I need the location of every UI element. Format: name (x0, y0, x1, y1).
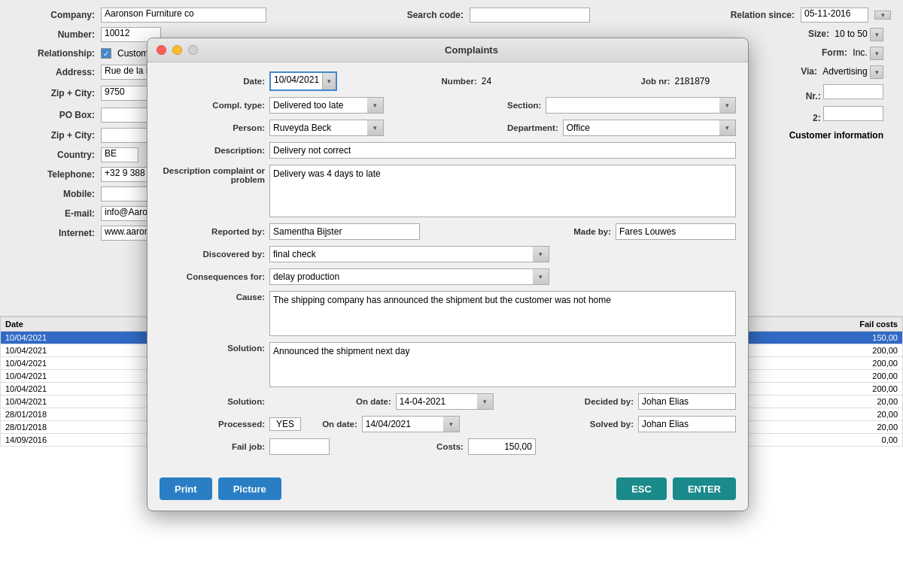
decidedby-input[interactable] (638, 393, 736, 410)
close-button[interactable] (157, 45, 166, 55)
section-select[interactable]: ▾ (546, 97, 736, 114)
print-button[interactable]: Print (160, 477, 212, 500)
discoveredby-arrow[interactable]: ▾ (533, 246, 549, 262)
department-arrow[interactable]: ▾ (719, 120, 736, 136)
solvedby-label: Solved by: (590, 420, 634, 429)
date-input[interactable]: 10/04/2021 ▾ (269, 71, 337, 91)
compltype-select[interactable]: Delivered too late ▾ (269, 97, 384, 114)
modal-body: Date: 10/04/2021 ▾ Number: 24 Job nr: 21… (147, 62, 748, 470)
relation-since-dropdown[interactable]: ▾ (874, 11, 891, 20)
on-date-label: On date: (356, 397, 391, 406)
failjob-row: Fail job: Costs: (160, 438, 736, 455)
madeby-group: Made by: (573, 223, 736, 240)
section-label: Section: (507, 101, 541, 110)
costs-group: Costs: (436, 438, 536, 455)
search-code-label: Search code: (407, 10, 464, 20)
decidedby-label: Decided by: (585, 397, 634, 406)
modal-titlebar: Complaints (147, 38, 748, 62)
discoveredby-value: final check (269, 246, 549, 262)
enter-button[interactable]: ENTER (673, 477, 736, 500)
compltype-arrow[interactable]: ▾ (367, 97, 384, 114)
failjob-input[interactable] (269, 438, 330, 455)
solution-label: Solution: (160, 342, 265, 353)
jobnr-label: Job nr: (641, 77, 670, 86)
processed-value: YES (269, 417, 301, 431)
discoveredby-select[interactable]: final check ▾ (269, 246, 549, 262)
consequences-select[interactable]: delay production ▾ (269, 268, 549, 285)
cause-textarea[interactable]: The shipping company has announced the s… (269, 291, 736, 336)
solution-date-select[interactable]: 14-04-2021 ▾ (396, 393, 494, 410)
processed-row: Processed: YES On date: 14/04/2021 ▾ Sol… (160, 416, 736, 432)
nr-input[interactable] (823, 84, 883, 99)
address-label: Address: (12, 67, 95, 77)
zip-city-label1: Zip + City: (12, 88, 95, 99)
modal-title: Complaints (204, 44, 739, 56)
person-row: Person: Ruveyda Beck ▾ Department: Offic… (160, 120, 736, 136)
number-value: 24 (482, 76, 491, 86)
date-dropdown-arrow[interactable]: ▾ (322, 73, 336, 89)
modal-footer: Print Picture ESC ENTER (147, 470, 748, 511)
maximize-button[interactable] (188, 45, 198, 55)
reportedby-row: Reported by: Made by: (160, 223, 736, 240)
relation-since-input[interactable]: 05-11-2016 (801, 8, 868, 23)
decidedby-group: Decided by: (585, 393, 736, 410)
complaints-modal: Complaints Date: 10/04/2021 ▾ Number: 24… (147, 38, 749, 511)
nr-label: Nr.: (806, 91, 821, 102)
processed-date-group: On date: 14/04/2021 ▾ (322, 416, 460, 432)
cause-row: Cause: The shipping company has announce… (160, 291, 736, 336)
consequences-arrow[interactable]: ▾ (533, 268, 549, 285)
desc-complaint-textarea[interactable]: Delivery was 4 days to late (269, 165, 736, 217)
relationship-checkbox[interactable]: ✓ (101, 48, 111, 59)
description-input[interactable] (269, 142, 736, 159)
number-label: Number: (12, 29, 95, 40)
discoveredby-label: Discovered by: (160, 250, 265, 259)
country-input[interactable]: BE (101, 147, 138, 162)
person-select[interactable]: Ruveyda Beck ▾ (269, 120, 384, 136)
relationship-label: Relationship: (12, 48, 95, 59)
consequences-row: Consequences for: delay production ▾ (160, 268, 736, 285)
esc-button[interactable]: ESC (616, 477, 667, 500)
description-label: Description: (160, 146, 265, 155)
num2-input[interactable] (823, 106, 883, 121)
reportedby-label: Reported by: (160, 227, 265, 236)
solution-date-arrow[interactable]: ▾ (477, 393, 494, 410)
internet-label: Internet: (12, 228, 95, 238)
person-arrow[interactable]: ▾ (367, 120, 384, 136)
costs-input[interactable] (468, 438, 536, 455)
department-select[interactable]: Office ▾ (563, 120, 736, 136)
processed-date-select[interactable]: 14/04/2021 ▾ (362, 416, 460, 432)
solution-textarea[interactable]: Announced the shipment next day (269, 342, 736, 387)
date-row: Date: 10/04/2021 ▾ Number: 24 Job nr: 21… (160, 71, 736, 91)
person-label: Person: (160, 123, 265, 132)
processed-label: Processed: (160, 420, 265, 429)
solution-bottom-row: Solution: On date: 14-04-2021 ▾ Decided … (160, 393, 736, 410)
costs-label: Costs: (436, 442, 464, 451)
desc-complaint-label: Description complaint or problem (160, 165, 265, 184)
madeby-label: Made by: (573, 227, 611, 236)
processed-date-arrow[interactable]: ▾ (443, 416, 460, 432)
num2-label: 2: (813, 113, 821, 123)
madeby-input[interactable] (616, 223, 736, 240)
department-label: Department: (507, 123, 558, 132)
compltype-row: Compl. type: Delivered too late ▾ Sectio… (160, 97, 736, 114)
section-value (546, 97, 736, 114)
solvedby-input[interactable] (638, 416, 736, 432)
company-input[interactable]: Aaronson Furniture co (101, 8, 266, 23)
solvedby-group: Solved by: (590, 416, 736, 432)
description-row: Description: (160, 142, 736, 159)
via-dropdown[interactable]: ▾ (870, 65, 883, 79)
consequences-label: Consequences for: (160, 272, 265, 281)
size-dropdown[interactable]: ▾ (870, 28, 883, 41)
section-arrow[interactable]: ▾ (719, 97, 736, 114)
on-date-group: On date: 14-04-2021 ▾ (356, 393, 494, 410)
country-label: Country: (12, 150, 95, 160)
picture-button[interactable]: Picture (218, 477, 281, 500)
number-group: Number: 24 (442, 76, 537, 86)
reportedby-input[interactable] (269, 223, 420, 240)
form-dropdown[interactable]: ▾ (870, 47, 883, 60)
solution-row: Solution: Announced the shipment next da… (160, 342, 736, 387)
desc-complaint-row: Description complaint or problem Deliver… (160, 165, 736, 217)
minimize-button[interactable] (172, 45, 182, 55)
search-code-input[interactable] (470, 8, 590, 23)
mobile-label: Mobile: (12, 189, 95, 199)
